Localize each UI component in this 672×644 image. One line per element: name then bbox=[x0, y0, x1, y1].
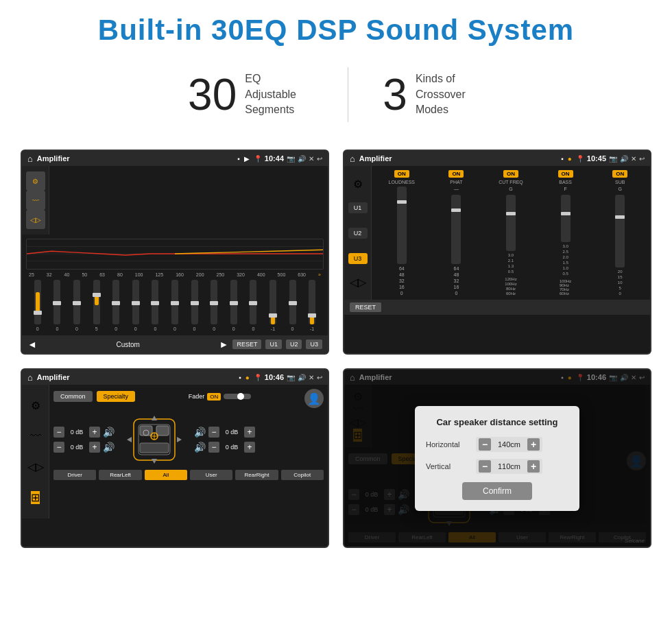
rearleft-btn[interactable]: RearLeft bbox=[99, 470, 141, 480]
db-plus-3[interactable]: + bbox=[244, 427, 255, 438]
vertical-plus-btn[interactable]: + bbox=[527, 460, 540, 473]
speaker-sidebar-btn-2[interactable]: 〰 bbox=[30, 430, 41, 442]
crossover-u1-btn[interactable]: U1 bbox=[348, 202, 368, 213]
db-plus-2[interactable]: + bbox=[89, 442, 100, 453]
db-minus-4[interactable]: − bbox=[208, 442, 219, 453]
db-minus-2[interactable]: − bbox=[53, 442, 64, 453]
crossover-content: ⚙ U1 U2 U3 ◁▷ ON LOUDNESS 64 48 bbox=[344, 166, 650, 300]
home-icon-3[interactable]: ⌂ bbox=[27, 372, 33, 383]
eq-bottom-bar: ◄ Custom ► RESET U1 U2 U3 bbox=[22, 335, 328, 353]
eq-slider-2[interactable]: 0 bbox=[49, 280, 67, 331]
tab-specialty[interactable]: Specialty bbox=[97, 391, 136, 402]
eq-sidebar-btn-1[interactable]: ⚙ bbox=[26, 171, 45, 191]
phat-slider[interactable] bbox=[451, 195, 461, 264]
speaker-controls-row: − 0 dB + 🔊 − 0 dB + 🔊 bbox=[53, 412, 324, 467]
wifi-icon-2: ✕ bbox=[631, 155, 636, 163]
loudness-label: LOUDNESS bbox=[389, 180, 416, 184]
speaker-bottom-buttons: Driver RearLeft All User RearRight Copil… bbox=[53, 470, 324, 480]
loudness-on-badge[interactable]: ON bbox=[394, 170, 409, 178]
eq-slider-15[interactable]: -1 bbox=[303, 280, 321, 331]
db-minus-3[interactable]: − bbox=[208, 427, 219, 438]
copilot-btn[interactable]: Copilot bbox=[281, 470, 324, 480]
crossover-sidebar-btn-1[interactable]: ⚙ bbox=[353, 178, 363, 191]
home-icon[interactable]: ⌂ bbox=[27, 154, 33, 164]
vertical-label: Vertical bbox=[426, 462, 470, 470]
vertical-minus-btn[interactable]: − bbox=[479, 460, 491, 473]
eq-slider-11[interactable]: 0 bbox=[225, 280, 243, 331]
home-icon-2[interactable]: ⌂ bbox=[350, 154, 355, 164]
loudness-slider[interactable] bbox=[397, 187, 407, 264]
eq-status-icons: 📍 10:44 📷 🔊 ✕ ↩ bbox=[254, 154, 322, 163]
eq-slider-13[interactable]: -1 bbox=[264, 280, 282, 331]
camera-icon: 📷 bbox=[287, 155, 295, 163]
svg-marker-13 bbox=[152, 459, 157, 464]
eq-slider-5[interactable]: 0 bbox=[107, 280, 125, 331]
eq-prev-btn[interactable]: ◄ bbox=[27, 339, 37, 350]
location-icon-3: 📍 bbox=[254, 374, 262, 381]
confirm-button[interactable]: Confirm bbox=[462, 482, 532, 500]
back-icon-3[interactable]: ↩ bbox=[317, 374, 322, 381]
driver-btn[interactable]: Driver bbox=[53, 470, 96, 480]
crossover-u3-btn[interactable]: U3 bbox=[348, 253, 368, 264]
crossover-sidebar-btn-2[interactable]: ◁▷ bbox=[350, 276, 366, 289]
eq-curve bbox=[26, 239, 324, 270]
db-plus-1[interactable]: + bbox=[89, 427, 100, 438]
user-btn[interactable]: User bbox=[190, 470, 232, 480]
eq-slider-7[interactable]: 0 bbox=[147, 280, 165, 331]
eq-slider-6[interactable]: 0 bbox=[127, 280, 145, 331]
eq-slider-8[interactable]: 0 bbox=[166, 280, 184, 331]
vertical-control: − 110cm + bbox=[476, 459, 542, 474]
eq-next-btn[interactable]: ► bbox=[219, 339, 229, 350]
speaker-sidebar-btn-3[interactable]: ◁▷ bbox=[27, 460, 44, 473]
eq-slider-4[interactable]: 5 bbox=[88, 280, 106, 331]
eq-reset-btn[interactable]: RESET bbox=[232, 339, 261, 349]
crossover-screen-title: Amplifier bbox=[359, 154, 557, 163]
db-minus-1[interactable]: − bbox=[53, 427, 64, 438]
back-icon-2[interactable]: ↩ bbox=[639, 155, 645, 163]
speaker-record-icon: ▪ bbox=[239, 374, 241, 381]
bass-slider[interactable] bbox=[561, 195, 571, 242]
volume-icon: 🔊 bbox=[298, 155, 306, 163]
more-icon[interactable]: » bbox=[318, 272, 321, 277]
distance-screen: ⌂ Amplifier ▪ ● 📍 10:46 📷 🔊 ✕ ↩ ⚙ 〰 ◁▷ ⊞ bbox=[343, 368, 651, 548]
crossover-reset-btn[interactable]: RESET bbox=[350, 302, 381, 312]
phat-on-badge[interactable]: ON bbox=[448, 170, 464, 178]
eq-play-icon[interactable]: ▶ bbox=[244, 155, 250, 163]
eq-slider-10[interactable]: 0 bbox=[205, 280, 223, 331]
eq-sidebar-btn-3[interactable]: ◁▷ bbox=[26, 210, 45, 229]
crossover-number: 3 bbox=[383, 73, 407, 117]
cutfreq-on-badge[interactable]: ON bbox=[503, 170, 518, 178]
speaker-status-icons: 📍 10:46 📷 🔊 ✕ ↩ bbox=[254, 373, 322, 381]
eq-slider-14[interactable]: 0 bbox=[284, 280, 302, 331]
camera-icon-2: 📷 bbox=[609, 155, 617, 163]
horizontal-minus-btn[interactable]: − bbox=[479, 438, 491, 451]
sub-on-badge[interactable]: ON bbox=[612, 170, 627, 178]
back-icon[interactable]: ↩ bbox=[317, 155, 322, 163]
crossover-u2-btn[interactable]: U2 bbox=[348, 228, 368, 239]
profile-icon[interactable]: 👤 bbox=[304, 389, 324, 408]
eq-u1-btn[interactable]: U1 bbox=[265, 339, 282, 349]
rearright-btn[interactable]: RearRight bbox=[235, 470, 278, 480]
speaker-sidebar-btn-1[interactable]: ⚙ bbox=[31, 399, 40, 412]
bass-on-badge[interactable]: ON bbox=[558, 170, 573, 178]
eq-u2-btn[interactable]: U2 bbox=[286, 339, 302, 349]
db-plus-4[interactable]: + bbox=[244, 442, 255, 453]
cutfreq-slider[interactable] bbox=[506, 195, 516, 251]
all-btn[interactable]: All bbox=[145, 470, 187, 480]
camera-icon-3: 📷 bbox=[287, 374, 295, 381]
eq-u3-btn[interactable]: U3 bbox=[306, 339, 322, 349]
fader-slider[interactable] bbox=[224, 394, 251, 399]
eq-slider-1[interactable]: 0 bbox=[29, 280, 47, 331]
eq-sidebar-btn-2[interactable]: 〰 bbox=[26, 191, 45, 210]
eq-slider-3[interactable]: 0 bbox=[68, 280, 86, 331]
speaker-sidebar-btn-4[interactable]: ⊞ bbox=[31, 491, 40, 504]
crossover-status-icons: 📍 10:45 📷 🔊 ✕ ↩ bbox=[576, 154, 645, 163]
horizontal-plus-btn[interactable]: + bbox=[527, 438, 540, 451]
tab-common[interactable]: Common bbox=[53, 391, 93, 402]
sub-slider[interactable] bbox=[615, 195, 625, 267]
stat-crossover: 3 Kinds ofCrossover Modes bbox=[348, 71, 518, 117]
db-val-4: 0 dB bbox=[222, 444, 241, 451]
fader-on-badge[interactable]: ON bbox=[207, 393, 221, 401]
eq-slider-9[interactable]: 0 bbox=[186, 280, 204, 331]
eq-slider-12[interactable]: 0 bbox=[245, 280, 263, 331]
